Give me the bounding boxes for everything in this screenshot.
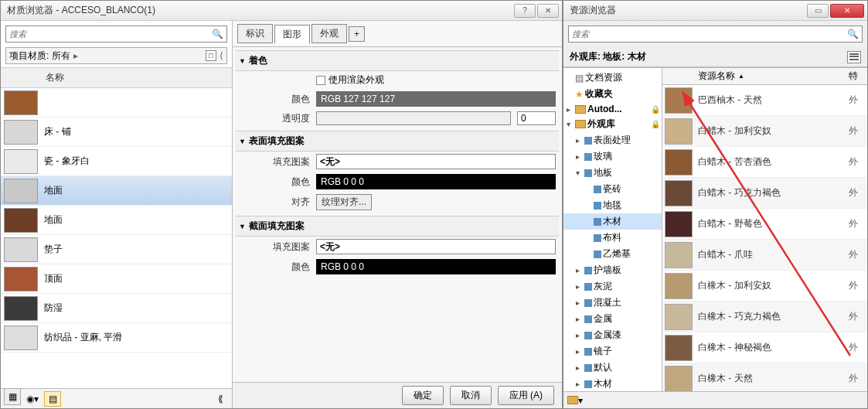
asset-list-header[interactable]: 资源名称▲ 特 bbox=[662, 68, 867, 85]
tree-vinyl[interactable]: 乙烯基 bbox=[563, 246, 662, 262]
tree-default[interactable]: ▸默认 bbox=[563, 360, 662, 376]
tree-doc-resources[interactable]: ▤文档资源 bbox=[563, 70, 662, 86]
section-cut-pattern[interactable]: ▼ 截面填充图案 bbox=[236, 216, 559, 237]
tab-add[interactable]: + bbox=[349, 26, 365, 42]
list-view-icon[interactable]: ▤ bbox=[44, 391, 61, 407]
library-icon[interactable]: ▦ bbox=[4, 388, 21, 405]
tree-glass[interactable]: ▸玻璃 bbox=[563, 148, 662, 165]
surf-pattern-value[interactable]: <无> bbox=[316, 154, 556, 169]
asset-row[interactable]: 白蜡木 - 野莓色外 bbox=[662, 209, 867, 240]
surf-align-button[interactable]: 纹理对齐... bbox=[316, 194, 372, 210]
minimize-button[interactable]: ▭ bbox=[807, 4, 829, 18]
ok-button[interactable]: 确定 bbox=[402, 386, 444, 405]
folder-icon[interactable]: ▾ bbox=[567, 393, 584, 408]
asset-swatch bbox=[665, 242, 693, 268]
material-row[interactable]: 防湿 bbox=[1, 294, 232, 323]
search-input[interactable] bbox=[9, 29, 212, 39]
tree-surface[interactable]: ▸表面处理 bbox=[563, 132, 662, 148]
tab-graphics[interactable]: 图形 bbox=[274, 25, 310, 44]
tree-wallboard[interactable]: ▸护墙板 bbox=[563, 262, 662, 278]
material-row[interactable]: 瓷 - 象牙白 bbox=[1, 147, 232, 176]
tree-carpet[interactable]: 地毯 bbox=[563, 197, 662, 213]
tab-bar: 标识 图形 外观 + bbox=[233, 21, 562, 47]
asset-ext: 外 bbox=[849, 186, 867, 199]
tree-wood2[interactable]: ▸木材 bbox=[563, 376, 662, 391]
tree-appearance-lib[interactable]: ▾外观库🔒 bbox=[563, 116, 662, 132]
tint-color-value[interactable]: RGB 127 127 127 bbox=[316, 91, 556, 107]
material-row[interactable]: 垫子 bbox=[1, 235, 232, 264]
tab-identity[interactable]: 标识 bbox=[237, 24, 273, 43]
asset-row[interactable]: 白橡木 - 神秘褐色外 bbox=[662, 332, 867, 363]
asset-row[interactable]: 白橡木 - 天然外 bbox=[662, 363, 867, 391]
asset-ext: 外 bbox=[849, 217, 867, 230]
category-tree[interactable]: ▤文档资源 ★收藏夹 ▸Autod...🔒 ▾外观库🔒 ▸表面处理 ▸玻璃 ▾地… bbox=[563, 68, 662, 391]
asset-name: 白橡木 - 天然 bbox=[695, 372, 849, 385]
material-row[interactable]: 地面 bbox=[1, 206, 232, 235]
tree-autodesk-lib[interactable]: ▸Autod...🔒 bbox=[563, 102, 662, 116]
cut-pattern-value[interactable]: <无> bbox=[316, 239, 556, 254]
cut-pattern-label: 填充图案 bbox=[239, 240, 313, 254]
asset-row[interactable]: 白蜡木 - 苦杏酒色外 bbox=[662, 147, 867, 178]
material-filter-dropdown[interactable]: 项目材质: 所有 ▸ □ ⟨ bbox=[5, 47, 227, 64]
window-title: 材质浏览器 - ACCESO_BLANCO(1) bbox=[4, 4, 514, 17]
material-swatch bbox=[4, 149, 38, 174]
surf-color-value[interactable]: RGB 0 0 0 bbox=[316, 174, 556, 189]
view-mode-icon[interactable] bbox=[847, 51, 861, 63]
section-tinting[interactable]: ▼ 着色 bbox=[236, 50, 559, 71]
tree-fabric[interactable]: 布料 bbox=[563, 230, 662, 246]
cut-color-value[interactable]: RGB 0 0 0 bbox=[316, 259, 556, 274]
asset-row[interactable]: 白橡木 - 巧克力褐色外 bbox=[662, 302, 867, 332]
chevron-left-icon[interactable]: ⟨ bbox=[220, 50, 223, 61]
material-search[interactable]: 🔍 bbox=[5, 26, 227, 43]
material-swatch bbox=[4, 237, 38, 262]
tab-appearance[interactable]: 外观 bbox=[311, 24, 347, 43]
asset-row[interactable]: 白蜡木 - 加利安奴外 bbox=[662, 116, 867, 147]
tree-floor[interactable]: ▾地板 bbox=[563, 165, 662, 181]
tree-favorites[interactable]: ★收藏夹 bbox=[563, 86, 662, 102]
section-surface-pattern[interactable]: ▼ 表面填充图案 bbox=[236, 131, 559, 152]
opacity-slider[interactable] bbox=[316, 111, 511, 125]
list-header[interactable]: 名称 bbox=[1, 67, 232, 88]
expand-right-icon[interactable]: ⟪ bbox=[212, 391, 229, 407]
opacity-value[interactable]: 0 bbox=[517, 111, 556, 125]
close-button[interactable]: ✕ bbox=[537, 4, 559, 18]
new-material-icon[interactable]: ◉▾ bbox=[24, 391, 41, 407]
tree-metal[interactable]: ▸金属 bbox=[563, 311, 662, 327]
asset-list[interactable]: 巴西柚木 - 天然外白蜡木 - 加利安奴外白蜡木 - 苦杏酒色外白蜡木 - 巧克… bbox=[662, 85, 867, 391]
tree-mirror[interactable]: ▸镜子 bbox=[563, 343, 662, 360]
material-row[interactable]: 顶面 bbox=[1, 264, 232, 294]
asset-ext: 外 bbox=[849, 279, 867, 292]
asset-name: 白蜡木 - 苦杏酒色 bbox=[695, 155, 849, 169]
close-button[interactable]: ✕ bbox=[830, 4, 864, 18]
surf-align-label: 对齐 bbox=[239, 196, 313, 209]
identity-mini-icon[interactable]: □ bbox=[206, 50, 216, 61]
cancel-button[interactable]: 取消 bbox=[450, 386, 492, 405]
asset-search[interactable]: 🔍 bbox=[568, 26, 863, 43]
help-button[interactable]: ? bbox=[514, 4, 536, 18]
asset-row[interactable]: 巴西柚木 - 天然外 bbox=[662, 85, 867, 116]
material-name: 顶面 bbox=[44, 272, 63, 285]
material-row[interactable]: 床 - 铺 bbox=[1, 118, 232, 147]
tree-stucco[interactable]: ▸灰泥 bbox=[563, 278, 662, 295]
asset-ext-header[interactable]: 特 bbox=[849, 70, 867, 83]
asset-row[interactable]: 白蜡木 - 爪哇外 bbox=[662, 240, 867, 271]
asset-swatch bbox=[665, 273, 693, 299]
material-list[interactable]: 床 - 铺瓷 - 象牙白地面地面垫子顶面防湿纺织品 - 亚麻, 平滑 bbox=[1, 88, 232, 388]
tree-concrete[interactable]: ▸混凝土 bbox=[563, 295, 662, 311]
material-row[interactable] bbox=[1, 88, 232, 118]
material-row[interactable]: 纺织品 - 亚麻, 平滑 bbox=[1, 323, 232, 353]
surf-color-label: 颜色 bbox=[239, 176, 313, 189]
use-render-checkbox[interactable] bbox=[316, 76, 325, 85]
use-render-label: 使用渲染外观 bbox=[328, 73, 384, 87]
search-input[interactable] bbox=[572, 29, 847, 39]
material-row[interactable]: 地面 bbox=[1, 176, 232, 206]
asset-row[interactable]: 白橡木 - 加利安奴外 bbox=[662, 271, 867, 302]
tree-wood[interactable]: 木材 bbox=[563, 213, 662, 230]
asset-ext: 外 bbox=[849, 155, 867, 169]
tree-tile[interactable]: 瓷砖 bbox=[563, 181, 662, 197]
asset-name-header[interactable]: 资源名称 bbox=[698, 70, 735, 83]
asset-name: 巴西柚木 - 天然 bbox=[695, 94, 849, 107]
asset-row[interactable]: 白蜡木 - 巧克力褐色外 bbox=[662, 178, 867, 209]
apply-button[interactable]: 应用 (A) bbox=[498, 386, 554, 405]
tree-metalpaint[interactable]: ▸金属漆 bbox=[563, 327, 662, 343]
